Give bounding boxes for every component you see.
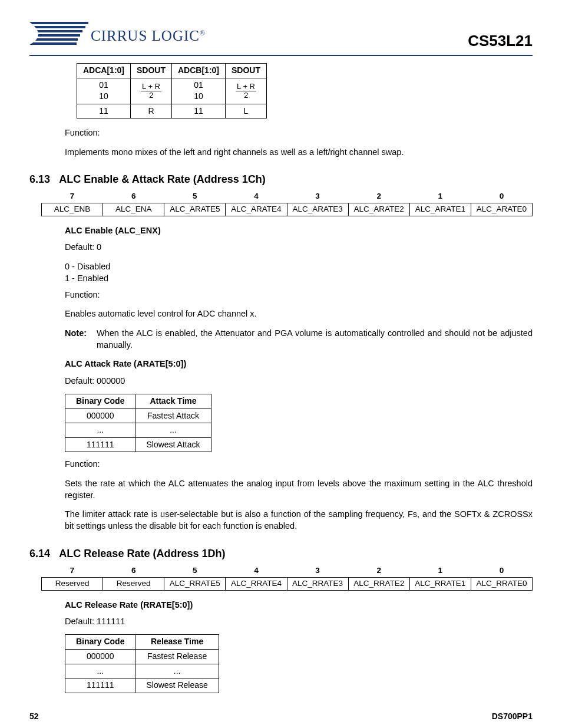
- table-row: 000000Fastest Attack: [65, 409, 211, 423]
- cell: 111111: [65, 678, 135, 693]
- bit-header: 2: [348, 565, 409, 577]
- cell: ...: [65, 423, 135, 438]
- function-label: Function:: [65, 289, 533, 301]
- cell: ...: [135, 423, 211, 438]
- table-row: 111111Slowest Release: [65, 678, 219, 693]
- table-row: ALC_ENB ALC_ENA ALC_ARATE5 ALC_ARATE4 AL…: [42, 203, 533, 216]
- table-row: Reserved Reserved ALC_RRATE5 ALC_RRATE4 …: [42, 577, 533, 590]
- bit-header: 2: [348, 190, 409, 203]
- bit-name: ALC_RRATE1: [409, 577, 471, 590]
- header-rule: [29, 55, 533, 56]
- table-header: SDOUT: [131, 64, 172, 78]
- cell: 11: [77, 104, 131, 118]
- note: Note: When the ALC is enabled, the Atten…: [65, 327, 533, 351]
- sub-heading: ALC Attack Rate (ARATE[5:0]): [65, 358, 533, 370]
- bit-header: 3: [287, 190, 348, 203]
- page-number: 52: [29, 711, 39, 723]
- note-text: When the ALC is enabled, the Attenuator …: [97, 327, 533, 351]
- bit-header: 5: [164, 565, 226, 577]
- function-label: Function:: [65, 458, 533, 470]
- cell: 2: [141, 91, 161, 100]
- cell: 2: [236, 91, 256, 100]
- note-label: Note:: [65, 327, 97, 351]
- page-footer: 52 DS700PP1: [29, 711, 533, 723]
- page-header: CIRRUS LOGIC® CS53L21: [29, 21, 533, 52]
- bit-name: ALC_ARATE4: [226, 203, 287, 216]
- section-heading-613: 6.13 ALC Enable & Attack Rate (Address 1…: [29, 172, 533, 187]
- table-row: ......: [65, 423, 211, 438]
- bit-header: 7: [42, 565, 103, 577]
- attack-rate-table: Binary Code Attack Time 000000Fastest At…: [65, 394, 211, 452]
- option-line: 1 - Enabled: [65, 272, 533, 284]
- register-table-1dh: 7 6 5 4 3 2 1 0 Reserved Reserved ALC_RR…: [41, 565, 533, 591]
- page-content: ADCA[1:0] SDOUT ADCB[1:0] SDOUT 0110 L +…: [29, 63, 533, 693]
- adc-mux-table: ADCA[1:0] SDOUT ADCB[1:0] SDOUT 0110 L +…: [77, 63, 267, 118]
- part-number: CS53L21: [468, 30, 533, 51]
- table-header: Attack Time: [135, 394, 211, 409]
- bit-name: ALC_ARATE3: [287, 203, 348, 216]
- bit-header: 0: [471, 190, 532, 203]
- function-text: Implements mono mixes of the left and ri…: [65, 146, 533, 158]
- sub-heading: ALC Release Rate (RRATE[5:0]): [65, 599, 533, 611]
- table-row: ......: [65, 664, 219, 678]
- function-text: Enables automatic level control for ADC …: [65, 308, 533, 319]
- function-text: Sets the rate at which the ALC attenuate…: [65, 477, 533, 502]
- function-label: Function:: [65, 127, 533, 139]
- table-header: Binary Code: [65, 394, 135, 409]
- default-value: Default: 000000: [65, 375, 533, 387]
- svg-rect-1: [29, 26, 85, 28]
- cell: R: [131, 104, 172, 118]
- bit-name: ALC_ARATE2: [348, 203, 409, 216]
- bit-name: ALC_ARATE1: [409, 203, 471, 216]
- bit-header: 6: [103, 565, 164, 577]
- section-heading-614: 6.14 ALC Release Rate (Address 1Dh): [29, 546, 533, 561]
- table-row: 11 R 11 L: [77, 104, 267, 118]
- cell: 000000: [65, 409, 135, 423]
- bit-name: ALC_RRATE4: [226, 577, 287, 590]
- cell: ...: [135, 664, 219, 678]
- release-rate-table: Binary Code Release Time 000000Fastest R…: [65, 634, 219, 693]
- cell: Fastest Attack: [135, 409, 211, 423]
- bit-name: ALC_ENB: [42, 203, 103, 216]
- bit-name: ALC_ARATE0: [471, 203, 532, 216]
- bit-header: 1: [409, 565, 471, 577]
- bit-name: ALC_RRATE0: [471, 577, 532, 590]
- cell: Slowest Release: [135, 678, 219, 693]
- logo-text: CIRRUS LOGIC®: [91, 25, 206, 46]
- cell: ...: [65, 664, 135, 678]
- bit-header: 0: [471, 565, 532, 577]
- bit-header: 3: [287, 565, 348, 577]
- bit-name: Reserved: [103, 577, 164, 590]
- default-value: Default: 111111: [65, 615, 533, 627]
- cell: Fastest Release: [135, 649, 219, 664]
- default-value: Default: 0: [65, 241, 533, 253]
- table-row: 111111Slowest Attack: [65, 437, 211, 452]
- cell: Slowest Attack: [135, 437, 211, 452]
- section-title: ALC Release Rate (Address 1Dh): [59, 548, 225, 559]
- cell: L + R: [141, 83, 161, 91]
- table-header: Release Time: [135, 635, 219, 650]
- cell: L + R: [236, 83, 256, 91]
- cell: L: [226, 104, 267, 118]
- logo-swoosh-icon: [29, 21, 94, 52]
- cell: 10: [99, 91, 108, 101]
- svg-rect-5: [29, 42, 77, 45]
- cell: 10: [194, 91, 203, 101]
- bit-header: 7: [42, 190, 103, 203]
- table-header: ADCB[1:0]: [172, 64, 226, 78]
- logo: CIRRUS LOGIC®: [29, 21, 206, 52]
- doc-number: DS700PP1: [492, 711, 533, 723]
- section-number: 6.14: [29, 546, 57, 561]
- cell: 000000: [65, 649, 135, 664]
- function-text: The limiter attack rate is user-selectab…: [65, 508, 533, 532]
- bit-header: 1: [409, 190, 471, 203]
- table-header: SDOUT: [226, 64, 267, 78]
- cell: 01: [194, 80, 203, 90]
- cell: 111111: [65, 437, 135, 452]
- table-header: Binary Code: [65, 635, 135, 650]
- bit-name: ALC_RRATE3: [287, 577, 348, 590]
- bit-name: ALC_ARATE5: [164, 203, 226, 216]
- bit-header: 5: [164, 190, 226, 203]
- table-header: ADCA[1:0]: [77, 64, 131, 78]
- table-row: 000000Fastest Release: [65, 649, 219, 664]
